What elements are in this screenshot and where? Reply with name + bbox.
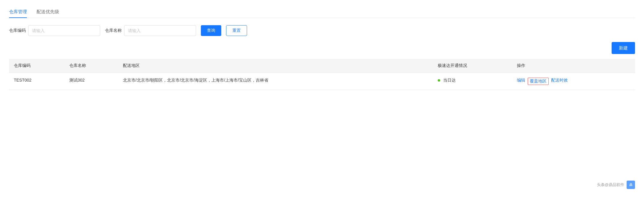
cell-name: 测试002 — [64, 73, 118, 90]
new-button[interactable]: 新建 — [612, 42, 635, 54]
search-name-input[interactable] — [124, 25, 196, 36]
col-header-region: 配送地区 — [118, 59, 433, 73]
cell-express: 当日达 — [433, 73, 512, 90]
toolbar: 新建 — [9, 42, 635, 54]
tab-delivery[interactable]: 配送优先级 — [37, 6, 59, 18]
cell-code: TEST002 — [9, 73, 64, 90]
search-code-label: 仓库编码 — [9, 28, 26, 33]
table-header-row: 仓库编码 仓库名称 配送地区 极速达开通情况 操作 — [9, 59, 635, 73]
search-bar: 仓库编码 仓库名称 查询 重置 — [9, 25, 635, 36]
search-name-label: 仓库名称 — [105, 28, 122, 33]
reset-button[interactable]: 重置 — [226, 25, 247, 36]
table-row: TEST002 测试002 北京市/北京市/朝阳区，北京市/北京市/海淀区，上海… — [9, 73, 635, 90]
tabs-bar: 仓库管理 配送优先级 — [9, 6, 635, 18]
search-name-field: 仓库名称 — [105, 25, 196, 36]
edit-link[interactable]: 编辑 — [517, 78, 525, 85]
search-code-input[interactable] — [28, 25, 100, 36]
delivery-time-link[interactable]: 配送时效 — [551, 78, 568, 85]
tab-warehouse[interactable]: 仓库管理 — [9, 6, 27, 18]
cell-region: 北京市/北京市/朝阳区，北京市/北京市/海淀区，上海市/上海市/宝山区，吉林省 — [118, 73, 433, 90]
col-header-code: 仓库编码 — [9, 59, 64, 73]
col-header-name: 仓库名称 — [64, 59, 118, 73]
cover-region-link[interactable]: 覆盖地区 — [528, 78, 549, 85]
cell-actions: 编辑 覆盖地区 配送时效 — [512, 73, 635, 90]
search-code-field: 仓库编码 — [9, 25, 100, 36]
warehouse-table: 仓库编码 仓库名称 配送地区 极速达开通情况 操作 TEST002 测试002 … — [9, 59, 635, 90]
action-links: 编辑 覆盖地区 配送时效 — [517, 78, 630, 85]
express-status-dot — [438, 79, 440, 82]
query-button[interactable]: 查询 — [201, 25, 221, 36]
col-header-express: 极速达开通情况 — [433, 59, 512, 73]
col-header-actions: 操作 — [512, 59, 635, 73]
express-status-text: 当日达 — [443, 78, 456, 82]
